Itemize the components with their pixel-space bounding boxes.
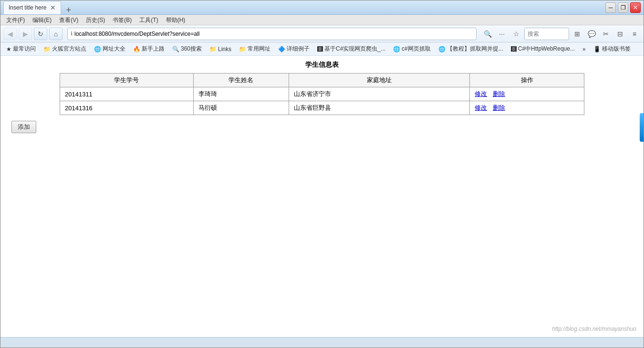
- search-input[interactable]: [528, 31, 566, 37]
- search-360-icon: 🔍: [172, 46, 179, 53]
- b-icon2: 🅱: [511, 46, 517, 53]
- menu-tools[interactable]: 工具(T): [135, 15, 162, 25]
- search-bar: [524, 28, 569, 40]
- chat-button[interactable]: 💬: [585, 28, 598, 40]
- edit-link[interactable]: 修改: [475, 90, 487, 97]
- titlebar-left: Insert title here ✕ +: [3, 1, 74, 14]
- more-button[interactable]: ···: [496, 28, 508, 40]
- example-icon: 🔷: [278, 46, 285, 53]
- bookmark-links[interactable]: 📁 Links: [207, 45, 234, 53]
- cell-address: 山东省济宁市: [289, 87, 470, 101]
- bookmark-label: 移动版书签: [602, 45, 631, 53]
- minimize-button[interactable]: ─: [605, 2, 616, 13]
- sidebar-button[interactable]: ⊞: [571, 28, 583, 40]
- folder-icon: 📁: [239, 46, 246, 53]
- sidebar-icon: ⊞: [574, 30, 580, 38]
- mobile-icon: 📱: [593, 46, 601, 53]
- bookmark-360[interactable]: 🔍 360搜索: [169, 44, 205, 54]
- back-button[interactable]: ◀: [3, 28, 17, 40]
- tab-close-icon[interactable]: ✕: [50, 4, 56, 11]
- browser-tab[interactable]: Insert title here ✕: [3, 1, 61, 14]
- table-row: 20141316马衍硕山东省巨野县修改 删除: [60, 101, 584, 115]
- menu-bookmarks[interactable]: 书签(B): [109, 15, 135, 25]
- menu-help[interactable]: 帮助(H): [162, 15, 189, 25]
- add-button-container: 添加: [8, 121, 636, 133]
- bookmark-newbie[interactable]: 🔥 新手上路: [130, 44, 167, 54]
- col-header-name: 学生姓名: [193, 74, 289, 87]
- globe-icon2: 🌐: [393, 46, 400, 53]
- bookmark-star-button[interactable]: ☆: [510, 28, 522, 40]
- col-header-action: 操作: [470, 74, 584, 87]
- tab-bar: Insert title here ✕ +: [3, 1, 74, 14]
- delete-link[interactable]: 删除: [493, 104, 505, 111]
- new-tab-button[interactable]: +: [63, 6, 74, 14]
- cell-action: 修改 删除: [470, 87, 584, 101]
- refresh-icon: ↻: [38, 30, 43, 38]
- bookmark-crawler[interactable]: 🅱 基于C#实现网页爬虫_...: [314, 44, 388, 54]
- watermark: http://blog.csdn.net/mmayanshuo: [552, 326, 636, 332]
- screenshot-button[interactable]: ✂: [600, 28, 612, 40]
- bookmark-label: C#中HttpWebReque...: [518, 45, 575, 53]
- tab-title: Insert title here: [9, 4, 46, 11]
- bookmark-more[interactable]: »: [580, 45, 589, 53]
- navbar: ◀ ▶ ↻ ⌂ ℹ 🔍 ··· ☆ ⊞ 💬: [0, 25, 644, 42]
- menu-file[interactable]: 文件(F): [2, 15, 29, 25]
- address-input[interactable]: [74, 31, 473, 37]
- delete-link[interactable]: 删除: [493, 90, 505, 97]
- forward-button[interactable]: ▶: [19, 28, 32, 40]
- address-bar-container: ℹ: [67, 28, 477, 40]
- bookmark-label: 【教程】抓取网并提...: [447, 45, 503, 53]
- bookmark-frequent[interactable]: ★ 最常访问: [3, 44, 39, 54]
- col-header-id: 学生学号: [60, 74, 194, 87]
- bookmark-common[interactable]: 📁 常用网址: [236, 44, 273, 54]
- cell-id: 20141311: [60, 87, 194, 101]
- cell-name: 马衍硕: [193, 101, 289, 115]
- bookmark-label: c#网页抓取: [402, 45, 431, 53]
- bookmark-label: Links: [218, 46, 231, 53]
- titlebar-controls: ─ ❐ ✕: [605, 2, 641, 13]
- menu-edit[interactable]: 编辑(E): [29, 15, 55, 25]
- table-row: 20141311李琦琦山东省济宁市修改 删除: [60, 87, 584, 101]
- browser-window: Insert title here ✕ + ─ ❐ ✕ 文件(F) 编辑(E) …: [0, 0, 644, 348]
- home-icon: ⌂: [54, 30, 58, 38]
- globe-icon3: 🌐: [438, 46, 446, 53]
- bookmark-label: 最常访问: [13, 45, 36, 53]
- col-header-address: 家庭地址: [289, 74, 470, 87]
- bookmark-label: 常用网址: [248, 45, 270, 53]
- refresh-button[interactable]: ↻: [34, 28, 47, 40]
- bookmark-star-icon: ☆: [513, 30, 519, 38]
- menu-button[interactable]: ≡: [628, 28, 641, 40]
- close-button[interactable]: ✕: [630, 2, 641, 13]
- menu-view[interactable]: 查看(V): [55, 15, 82, 25]
- star-icon: ★: [6, 46, 11, 53]
- bookmark-sites[interactable]: 🌐 网址大全: [91, 44, 128, 54]
- bookmark-tutorial[interactable]: 🌐 【教程】抓取网并提...: [436, 44, 506, 54]
- fire-icon: 🔥: [133, 46, 140, 53]
- bookmark-httprequest[interactable]: 🅱 C#中HttpWebReque...: [508, 44, 578, 54]
- bookmark-label: 火狐官方站点: [52, 45, 86, 53]
- right-accent-bar: [640, 113, 644, 142]
- student-table: 学生学号 学生姓名 家庭地址 操作 20141311李琦琦山东省济宁市修改 删除…: [60, 73, 584, 115]
- chat-icon: 💬: [588, 30, 596, 38]
- titlebar: Insert title here ✕ + ─ ❐ ✕: [0, 0, 644, 15]
- bookmark-grab[interactable]: 🌐 c#网页抓取: [390, 44, 434, 54]
- add-button[interactable]: 添加: [11, 121, 36, 133]
- search-engine-icon[interactable]: 🔍: [481, 28, 494, 40]
- bookmark-firefox[interactable]: 📁 火狐官方站点: [41, 44, 89, 54]
- edit-link[interactable]: 修改: [475, 104, 487, 111]
- action-separator: [489, 90, 491, 97]
- bookmark-label: 新手上路: [142, 45, 165, 53]
- bookmark-examples[interactable]: 🔷 详细例子: [275, 44, 312, 54]
- bookmark-mobile[interactable]: 📱 移动版书签: [591, 44, 634, 54]
- action-separator: [489, 104, 491, 111]
- menubar: 文件(F) 编辑(E) 查看(V) 历史(S) 书签(B) 工具(T) 帮助(H…: [0, 15, 644, 25]
- home-button[interactable]: ⌂: [49, 28, 62, 40]
- menu-history[interactable]: 历史(S): [82, 15, 109, 25]
- split-button[interactable]: ⊟: [614, 28, 626, 40]
- cell-name: 李琦琦: [193, 87, 289, 101]
- screenshot-icon: ✂: [603, 30, 609, 38]
- bookmark-label: 详细例子: [287, 45, 310, 53]
- b-icon: 🅱: [317, 46, 323, 53]
- restore-button[interactable]: ❐: [618, 2, 628, 13]
- back-icon: ◀: [8, 30, 13, 38]
